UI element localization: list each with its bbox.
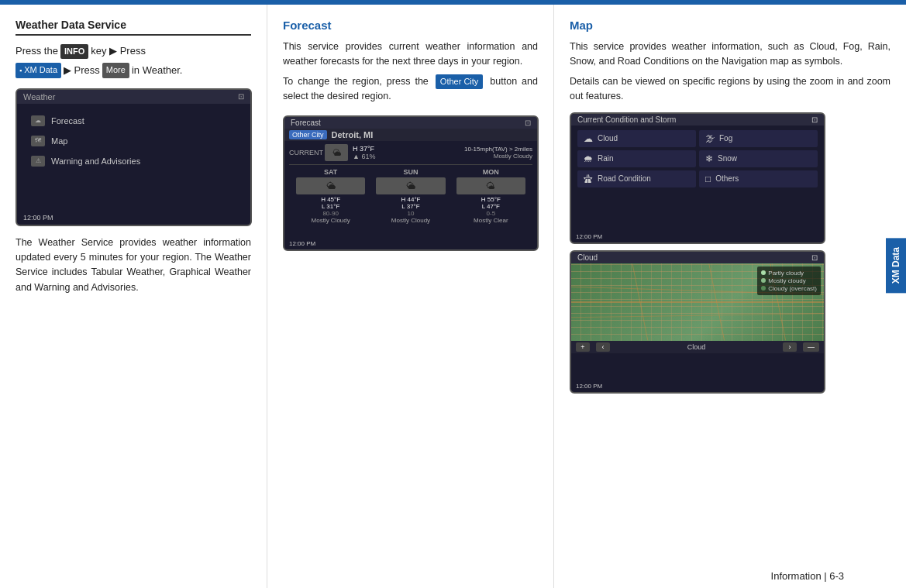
- map-visual: Partly cloudy Mostly cloudy Cloudy (over…: [571, 263, 824, 341]
- map-screen-2-title: Cloud: [577, 253, 598, 262]
- current-wind: 10-15mph(TAV) > 2miles: [464, 146, 532, 153]
- press-instructions-1: Press the INFO key ▶ Press: [16, 43, 251, 60]
- map-grid: ☁ Cloud 🌫 Fog 🌧 Rain ❄ Snow: [571, 126, 824, 192]
- map-cell-rain: 🌧 Rain: [577, 150, 696, 167]
- svg-line-5: [571, 313, 824, 317]
- btn-more[interactable]: More: [102, 63, 129, 78]
- map-screen-1-title: Current Condition and Storm: [577, 115, 676, 124]
- legend-dot-overcast: [761, 286, 766, 291]
- section-title-map: Map: [570, 19, 890, 32]
- map-cell-others: □ Others: [699, 170, 818, 187]
- legend-dot-mostly: [761, 278, 766, 283]
- section-title-left: Weather Data Service: [16, 19, 251, 36]
- sat-range: 80-90: [292, 210, 369, 217]
- weather-menu: ☁ Forecast 🗺 Map ⚠ Warning and Advisorie…: [17, 104, 250, 178]
- weather-screen-mock: Weather ⊡ ☁ Forecast 🗺 Map ⚠ Warning and…: [16, 88, 252, 226]
- menu-item-forecast[interactable]: ☁ Forecast: [26, 112, 241, 130]
- snow-icon: ❄: [705, 153, 713, 164]
- page-footer-text: Information | 6-3: [771, 570, 844, 582]
- sun-icon: 🌥: [376, 177, 445, 194]
- section-title-forecast: Forecast: [283, 19, 538, 32]
- map-menu-icon: 🗺: [31, 136, 45, 146]
- map-screen-2-header: Cloud ⊡: [571, 252, 824, 263]
- map-screen-1-header: Current Condition and Storm ⊡: [571, 114, 824, 126]
- col-weather-data-service: Weather Data Service Press the INFO key …: [0, 5, 267, 588]
- forecast-current-row: Current 🌥 H 37°F ▲ 61% 10-15mph(TAV) > 2…: [284, 141, 537, 227]
- current-pct: ▲ 61%: [353, 153, 375, 160]
- map-cell-fog: 🌫 Fog: [699, 130, 818, 147]
- sat-icon: 🌥: [296, 177, 365, 194]
- others-icon: □: [705, 174, 711, 184]
- forecast-screen-mock: Forecast ⊡ Other City Detroit, MI Curren…: [283, 115, 539, 251]
- day-sat: SAT 🌥 H 45°F L 31°F 80-90 Mostly Cloudy: [292, 168, 369, 224]
- divider-1: [289, 164, 532, 165]
- legend-item-partly-cloudy: Partly cloudy: [761, 270, 817, 277]
- current-temp: H 37°F: [353, 145, 375, 153]
- screen-time-left: 12:00 PM: [23, 214, 53, 222]
- btn-xmdata[interactable]: ▪ XM Data: [16, 63, 61, 78]
- map-cell-cloud: ☁ Cloud: [577, 130, 696, 147]
- map-screen-2: Cloud ⊡ Partly cloudy: [570, 250, 825, 394]
- map-btn-next[interactable]: ›: [783, 342, 797, 352]
- current-label: Current: [289, 149, 320, 156]
- mon-icon: 🌤: [456, 177, 525, 194]
- body-text-map-2: Details can be viewed on specific region…: [570, 74, 890, 105]
- map-screen-1-time: 12:00 PM: [576, 233, 602, 240]
- forecast-header-title: Forecast: [291, 119, 321, 127]
- col-map: Map This service provides weather inform…: [554, 5, 906, 588]
- road-icon: 🛣: [584, 174, 593, 184]
- current-weather-icon: 🌥: [325, 144, 348, 161]
- btn-othercity-screen[interactable]: Other City: [289, 130, 327, 139]
- forecast-screen-header: Forecast ⊡: [284, 117, 537, 129]
- map-cell-snow: ❄ Snow: [699, 150, 818, 167]
- screen-header: Weather ⊡: [17, 90, 250, 104]
- forecast-menu-icon: ☁: [31, 115, 45, 126]
- day-sun: SUN 🌥 H 44°F L 37°F 10 Mostly Cloudy: [372, 168, 449, 224]
- btn-othercity-inline[interactable]: Other City: [436, 74, 484, 89]
- body-text-forecast-1: This service provides current weather in…: [283, 40, 538, 70]
- screen-title: Weather: [23, 92, 55, 101]
- col-forecast: Forecast This service provides current w…: [267, 5, 554, 588]
- legend-item-mostly-cloudy: Mostly cloudy: [761, 277, 817, 284]
- legend-item-cloudy-overcast: Cloudy (overcast): [761, 285, 817, 292]
- map-btn-cloud-label: Cloud: [616, 343, 777, 351]
- warning-menu-icon: ⚠: [31, 156, 45, 167]
- legend-dot-partly: [761, 270, 766, 275]
- menu-item-warnings[interactable]: ⚠ Warning and Advisories: [26, 152, 241, 170]
- forecast-city-name: Detroit, MI: [332, 130, 374, 139]
- days-row: SAT 🌥 H 45°F L 31°F 80-90 Mostly Cloudy …: [289, 167, 532, 225]
- xmdata-icon: ▪: [19, 65, 22, 76]
- menu-item-map[interactable]: 🗺 Map: [26, 132, 241, 150]
- rain-icon: 🌧: [584, 153, 593, 164]
- body-text-map-1: This service provides weather informatio…: [570, 40, 890, 70]
- map-btn-zoom-in[interactable]: +: [576, 342, 590, 352]
- body-text-forecast-2: To change the region, press the Other Ci…: [283, 74, 538, 105]
- sun-range: 10: [372, 210, 449, 217]
- map-screen-1: Current Condition and Storm ⊡ ☁ Cloud 🌫 …: [570, 112, 825, 244]
- day-mon: MON 🌤 H 55°F L 47°F 0-5 Mostly Clear: [453, 168, 529, 224]
- map-btn-zoom-out[interactable]: —: [803, 342, 819, 352]
- forecast-header-icon: ⊡: [525, 119, 531, 127]
- map-screen-1-icon: ⊡: [811, 115, 818, 124]
- fog-icon: 🌫: [705, 133, 715, 144]
- map-bottom-bar: + ‹ Cloud › —: [571, 341, 824, 353]
- map-legend: Partly cloudy Mostly cloudy Cloudy (over…: [757, 266, 821, 295]
- btn-info[interactable]: INFO: [60, 44, 88, 60]
- map-screen-2-icon: ⊡: [811, 253, 818, 262]
- page-footer: Information | 6-3: [771, 570, 844, 582]
- map-screen-2-time: 12:00 PM: [576, 383, 602, 390]
- cloud-icon: ☁: [584, 133, 593, 144]
- mon-range: 0-5: [453, 210, 529, 217]
- body-text-left: The Weather Service provides weather inf…: [16, 236, 251, 296]
- current-condition: Mostly Cloudy: [464, 153, 532, 160]
- forecast-city-bar: Other City Detroit, MI: [284, 129, 537, 141]
- forecast-screen-time: 12:00 PM: [289, 240, 315, 247]
- screen-close-icon: ⊡: [238, 92, 244, 101]
- press-instructions-2: ▪ XM Data ▶ Press More in Weather.: [16, 63, 251, 79]
- map-cell-road: 🛣 Road Condition: [577, 170, 696, 187]
- side-tab-xmdata: XM Data: [886, 238, 906, 293]
- map-btn-prev[interactable]: ‹: [596, 342, 610, 352]
